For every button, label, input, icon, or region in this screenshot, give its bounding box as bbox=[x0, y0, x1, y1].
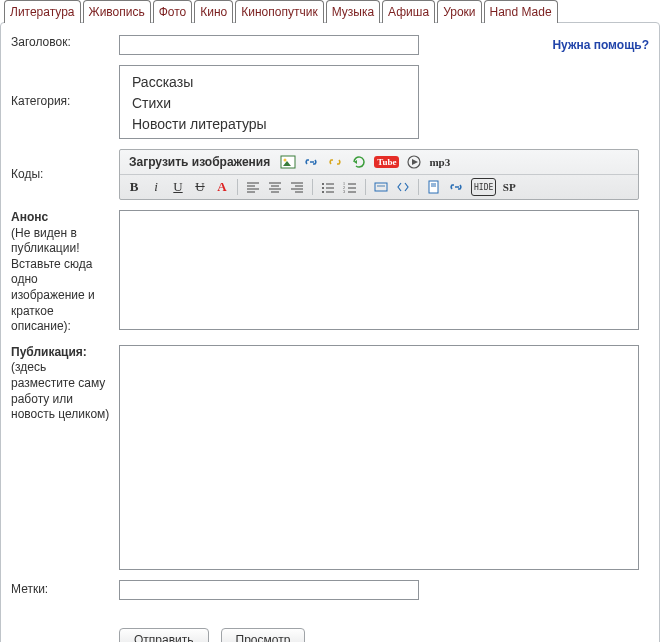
anons-label: Анонс (Не виден в публикации! Вставьте с… bbox=[11, 210, 119, 335]
category-option[interactable]: Рассказы bbox=[132, 72, 406, 93]
image-icon[interactable] bbox=[278, 153, 298, 171]
tags-input[interactable] bbox=[119, 580, 419, 600]
svg-rect-29 bbox=[375, 183, 387, 191]
link-icon[interactable] bbox=[302, 153, 322, 171]
tab-cinema[interactable]: Кино bbox=[194, 0, 233, 23]
align-center-icon[interactable] bbox=[266, 178, 284, 196]
form-panel: Заголовок: Нужна помощь? Категория: Расс… bbox=[0, 22, 660, 642]
attach-icon[interactable] bbox=[447, 178, 467, 196]
italic-button[interactable]: i bbox=[147, 178, 165, 196]
tab-handmade[interactable]: Hand Made bbox=[484, 0, 558, 23]
category-option[interactable]: Новости литературы bbox=[132, 114, 406, 135]
strike-button[interactable]: U bbox=[191, 178, 209, 196]
editor-toolbar: Загрузить изображения bbox=[119, 149, 639, 200]
toolbar-separator bbox=[237, 179, 238, 195]
tab-photo[interactable]: Фото bbox=[153, 0, 193, 23]
youtube-icon[interactable]: Tube bbox=[372, 153, 401, 171]
title-label: Заголовок: bbox=[11, 35, 119, 55]
codes-label: Коды: bbox=[11, 167, 119, 183]
svg-point-19 bbox=[322, 187, 324, 189]
anons-textarea[interactable] bbox=[119, 210, 639, 330]
toolbar-separator bbox=[312, 179, 313, 195]
svg-point-21 bbox=[322, 191, 324, 193]
svg-point-17 bbox=[322, 183, 324, 185]
submit-button[interactable]: Отправить bbox=[119, 628, 209, 642]
svg-point-1 bbox=[284, 159, 287, 162]
category-select[interactable]: Рассказы Стихи Новости литературы bbox=[119, 65, 419, 139]
refresh-icon[interactable] bbox=[350, 153, 368, 171]
svg-marker-4 bbox=[412, 159, 418, 165]
list-ul-icon[interactable] bbox=[319, 178, 337, 196]
text-color-button[interactable]: A bbox=[213, 178, 231, 196]
list-ol-icon[interactable]: 123 bbox=[341, 178, 359, 196]
preview-button[interactable]: Просмотр bbox=[221, 628, 306, 642]
title-input[interactable] bbox=[119, 35, 419, 55]
code-icon[interactable] bbox=[394, 178, 412, 196]
publication-label: Публикация: (здесь разместите саму работ… bbox=[11, 345, 119, 570]
svg-text:3: 3 bbox=[343, 189, 345, 193]
tab-poster[interactable]: Афиша bbox=[382, 0, 435, 23]
tab-painting[interactable]: Живопись bbox=[83, 0, 151, 23]
bold-button[interactable]: B bbox=[125, 178, 143, 196]
tab-strip: Литература Живопись Фото Кино Кинопопутч… bbox=[0, 0, 660, 23]
tags-label: Метки: bbox=[11, 582, 119, 598]
tab-literature[interactable]: Литература bbox=[4, 0, 81, 23]
quote-icon[interactable] bbox=[372, 178, 390, 196]
unlink-icon[interactable] bbox=[326, 153, 346, 171]
tab-music[interactable]: Музыка bbox=[326, 0, 380, 23]
align-left-icon[interactable] bbox=[244, 178, 262, 196]
tab-cinematravel[interactable]: Кинопопутчик bbox=[235, 0, 323, 23]
underline-button[interactable]: U bbox=[169, 178, 187, 196]
insert-doc-icon[interactable] bbox=[425, 178, 443, 196]
svg-rect-0 bbox=[281, 156, 295, 168]
toolbar-separator bbox=[365, 179, 366, 195]
align-right-icon[interactable] bbox=[288, 178, 306, 196]
category-option[interactable]: Стихи bbox=[132, 93, 406, 114]
sp-button[interactable]: SP bbox=[500, 178, 518, 196]
publication-textarea[interactable] bbox=[119, 345, 639, 570]
category-label: Категория: bbox=[11, 94, 119, 110]
tab-lessons[interactable]: Уроки bbox=[437, 0, 481, 23]
mp3-button[interactable]: mp3 bbox=[427, 153, 452, 171]
toolbar-separator bbox=[418, 179, 419, 195]
player-icon[interactable] bbox=[405, 153, 423, 171]
upload-images-button[interactable]: Загрузить изображения bbox=[125, 155, 274, 169]
svg-rect-30 bbox=[429, 181, 438, 193]
help-link[interactable]: Нужна помощь? bbox=[552, 38, 649, 52]
hide-button[interactable]: HIDE bbox=[471, 178, 496, 196]
